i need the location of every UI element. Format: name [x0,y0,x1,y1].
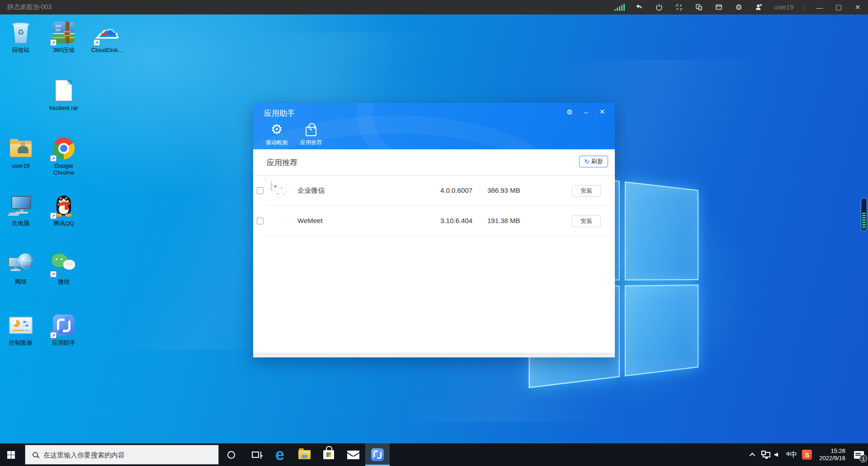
window-footer-bar [253,353,615,357]
app-name: WeMeet [297,217,323,224]
user-info-icon[interactable] [754,3,763,12]
maximize-button[interactable]: ▢ [835,3,843,11]
section-title: 应用推荐 [267,157,297,168]
network-tray-icon[interactable] [760,443,773,466]
desktop-icon-clouddisk[interactable]: ☁ ☁ ↗ CloudDisk... [88,20,127,53]
desktop-icon-tencent-qq[interactable]: ↗ 腾讯QQ [44,194,83,227]
shortcut-arrow-icon: ↗ [50,155,57,162]
bag-icon [306,127,316,136]
checkbox[interactable] [257,187,264,194]
display-mode-icon[interactable] [714,3,723,12]
disconnect-icon[interactable] [675,3,684,12]
file-icon [56,80,72,101]
edge-icon: e [275,447,284,463]
logged-in-username: user19 [774,4,793,11]
desktop-icon-network[interactable]: 网络 [1,252,40,285]
this-pc-icon [9,195,33,216]
app-row-wemeet: WeMeet 3.10.6.404 191.38 MB 安装 [253,206,615,236]
tab-app-recommend[interactable]: 应用推荐 [294,122,328,147]
refresh-button[interactable]: ↻ 刷新 [579,156,608,167]
task-view-button[interactable] [243,443,268,466]
screen: 静态桌面池-003 [0,0,868,466]
taskbar: e 中 S 15:26 2022/9/16 1 [0,443,868,466]
clock-date: 2022/9/16 [819,455,845,462]
network-icon [8,253,33,275]
sogou-tray-icon[interactable]: S [800,443,814,466]
app-assistant-icon [371,448,384,461]
gear-icon: ⚙ [271,123,283,136]
device-mapping-icon[interactable] [694,3,703,12]
app-assistant-taskbar-button[interactable] [365,443,390,466]
install-button[interactable]: 安装 [572,185,601,197]
desktop-icon-wechat[interactable]: ↗ 微信 [44,252,83,285]
file-explorer-button[interactable] [292,443,316,466]
desktop-icon-control-panel[interactable]: 控制面板 [1,313,40,346]
window-minimize-button[interactable]: – [581,107,590,116]
app-version: 3.10.6.404 [425,217,472,224]
window-close-button[interactable]: ✕ [598,107,607,116]
search-icon [33,452,38,457]
settings-gear-icon[interactable]: ⚙ [734,3,743,12]
notification-center-button[interactable]: 1 [850,443,868,466]
notification-badge: 1 [859,455,867,462]
close-button[interactable]: ✕ [854,3,862,11]
shortcut-arrow-icon: ↗ [94,39,100,46]
mail-icon [347,451,359,459]
desktop-icon-hsclient-rar[interactable]: hsclient.rar [44,78,83,111]
power-icon[interactable] [655,3,664,12]
shortcut-arrow-icon: ↗ [50,332,57,338]
window-title: 应用助手 [264,108,295,119]
edge-button[interactable]: e [268,443,292,466]
shortcut-arrow-icon: ↗ [50,213,57,219]
app-size: 386.93 MB [487,186,537,194]
taskbar-clock[interactable]: 15:26 2022/9/16 [814,447,850,462]
control-panel-icon [9,317,33,334]
refresh-icon: ↻ [584,158,590,165]
desktop-icon-user19-folder[interactable]: user19 [1,136,40,169]
shortcut-arrow-icon: ↗ [50,271,57,277]
task-view-icon [252,452,259,458]
app-version: 4.0.0.6007 [425,186,472,194]
mail-button[interactable] [341,443,365,466]
desktop-icon-recycle-bin[interactable]: ♻ 回收站 [1,20,40,53]
checkbox[interactable] [257,218,264,224]
shortcut-arrow-icon: ↗ [50,39,57,46]
store-icon [323,450,334,459]
wecom-app-icon [271,182,272,190]
user-folder-icon [9,138,33,158]
remote-toolbar-handle[interactable] [861,198,867,231]
app-list: 企业微信 4.0.0.6007 386.93 MB 安装 WeMeet 3.10… [253,176,615,236]
minimize-button[interactable]: — [816,4,824,11]
volume-tray-icon[interactable] [773,443,787,466]
remote-session-title: 静态桌面池-003 [7,3,52,11]
window-tabs: ⚙ 驱动检测 应用推荐 [259,122,328,147]
tray-expand-chevron[interactable] [746,443,760,466]
window-body: 应用推荐 ↻ 刷新 企业微信 4.0.0.6007 386.93 MB 安装 [253,149,615,357]
file-explorer-icon [298,450,311,459]
desktop-icon-this-pc[interactable]: 此电脑 [1,194,40,227]
cortana-icon [227,451,235,459]
search-input[interactable] [43,451,206,459]
windows-start-icon [7,451,15,459]
desktop-icon-app-assistant[interactable]: ↗ 应用助手 [44,313,83,346]
app-size: 191.38 MB [487,217,537,224]
start-button[interactable] [0,443,22,466]
app-assistant-window: 应用助手 ⚙ – ✕ ⚙ 驱动检测 应用推荐 应用推荐 [253,103,615,357]
taskbar-search[interactable] [25,445,219,465]
store-button[interactable] [316,443,341,466]
system-tray: 中 S 15:26 2022/9/16 1 [746,443,868,466]
desktop-icon-google-chrome[interactable]: ↗ Google Chrome [44,136,83,176]
divider [804,4,805,11]
undo-icon[interactable] [635,3,644,12]
tab-driver-detection[interactable]: ⚙ 驱动检测 [259,122,294,147]
remote-client-bar: 静态桌面池-003 [0,0,868,14]
install-button[interactable]: 安装 [572,215,601,227]
app-row-wecom: 企业微信 4.0.0.6007 386.93 MB 安装 [253,176,615,206]
desktop-icon-360zip[interactable]: 360ZIP ↗ 360压缩 [44,20,83,53]
clock-time: 15:26 [819,447,845,455]
signal-strength-icon [615,3,624,12]
window-header: 应用助手 ⚙ – ✕ ⚙ 驱动检测 应用推荐 [253,103,615,149]
recycle-bin-icon: ♻ [11,22,30,43]
window-settings-icon[interactable]: ⚙ [565,107,574,116]
cortana-button[interactable] [219,443,243,466]
